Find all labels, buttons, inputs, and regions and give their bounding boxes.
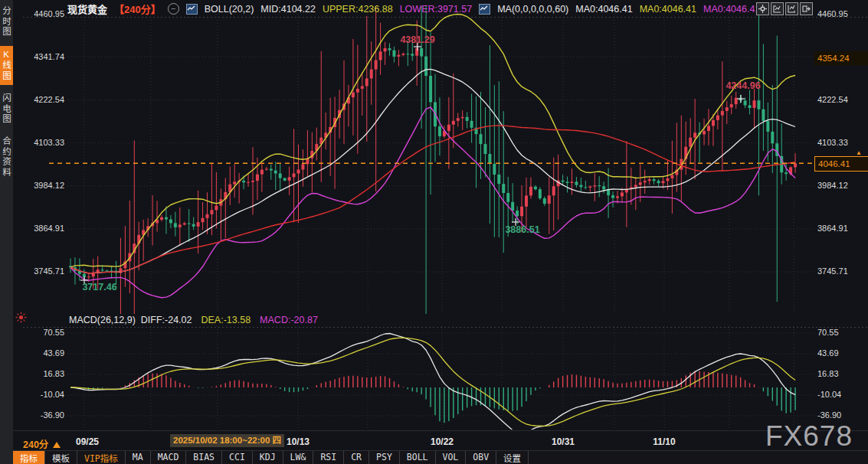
x-axis-date-label: 10/31	[552, 436, 575, 447]
chart-type-sidebar: 分时图K线图闪电图合约资料	[0, 0, 13, 464]
boll-mid-value: MID:4104.22	[260, 4, 316, 15]
symbol-name: 现货黄金	[67, 2, 107, 16]
datetime-tooltip: 2025/10/02 18:00~22:00 四	[170, 434, 284, 447]
toolbar-item-BIAS[interactable]: BIAS	[186, 451, 222, 464]
axis-zoom-right-icon[interactable]	[785, 2, 798, 15]
toolbar-item-LW&[interactable]: LW&	[283, 451, 314, 464]
toolbar-item-VIP指标[interactable]: VIP指标	[77, 451, 126, 464]
price-annotation: 4244.96	[726, 80, 760, 91]
sidebar-tab-K线图[interactable]: K线图	[0, 46, 13, 85]
period-selector[interactable]: 240分	[23, 436, 61, 451]
alert-icon[interactable]	[15, 312, 27, 326]
indicator-chart-icon	[479, 4, 490, 15]
toolbar-item-PSY[interactable]: PSY	[369, 451, 400, 464]
triangle-up-icon	[53, 442, 61, 448]
collapse-indicator-icon[interactable]: −	[168, 3, 179, 15]
ma-value-2: MA0:4046.41	[640, 4, 696, 15]
sidebar-tab-分时图[interactable]: 分时图	[0, 2, 13, 41]
toolbar-item-OBV[interactable]: OBV	[466, 451, 496, 464]
period-label: 【240分】	[114, 2, 161, 16]
toolbar-item-KDJ[interactable]: KDJ	[253, 451, 283, 464]
high-price-marker: 4354.24	[814, 51, 868, 65]
x-axis-date-label: 09/25	[76, 436, 99, 447]
boll-name: BOLL(20,2)	[205, 4, 254, 15]
crosshair-icon[interactable]	[756, 2, 769, 15]
macd-diff-value: DIFF:-24.02	[141, 315, 192, 325]
sidebar-tab-合约资料[interactable]: 合约资料	[0, 132, 13, 181]
macd-header: MACD(26,12,9) DIFF:-24.02 DEA:-13.58 MAC…	[69, 315, 318, 325]
macd-hist-value: MACD:-20.87	[260, 315, 318, 325]
toolbar-item-CCI[interactable]: CCI	[222, 451, 253, 464]
chart-canvas[interactable]	[0, 0, 868, 464]
toolbar-item-模板[interactable]: 模板	[45, 451, 77, 464]
toolbar-item-设置[interactable]: 设置	[496, 451, 529, 464]
ma-value-3: MA0:4046.41	[703, 4, 760, 15]
x-axis-date-label: 11/10	[653, 436, 675, 447]
toolbar-item-VOL[interactable]: VOL	[436, 451, 467, 464]
price-annotation: 3886.51	[505, 224, 539, 235]
x-axis-date-label: 10/22	[431, 436, 454, 447]
indicator-toolbar: 指标模板VIP指标MAMACDBIASCCIKDJLW&RSICRPSYBOLL…	[13, 450, 868, 464]
x-axis-row: 240分 2025/10/02 18:00~22:00 四 09/2510/13…	[0, 431, 868, 451]
indicator-chart-icon	[186, 4, 198, 15]
ma-name: MA(0,0,0,0,0,60)	[497, 4, 568, 15]
toolbar-item-MACD[interactable]: MACD	[151, 451, 187, 464]
toolbar-item-MA[interactable]: MA	[126, 451, 151, 464]
toolbar-item-RSI[interactable]: RSI	[313, 451, 344, 464]
axis-zoom-left-icon[interactable]	[771, 2, 784, 15]
trading-app-window: 分时图K线图闪电图合约资料 现货黄金 【240分】 − BOLL(20,2) M…	[0, 0, 868, 464]
price-annotation: 4381.29	[400, 34, 434, 45]
toolbar-item-指标[interactable]: 指标	[13, 451, 45, 464]
price-annotation: 3717.46	[82, 282, 116, 292]
macd-dea-value: DEA:-13.58	[201, 315, 251, 325]
boll-lower-value: LOWER:3971.57	[400, 4, 473, 15]
macd-name: MACD(26,12,9)	[69, 315, 136, 325]
x-axis-date-label: 10/13	[287, 436, 310, 447]
chart-header: 现货黄金 【240分】 − BOLL(20,2) MID:4104.22 UPP…	[67, 2, 760, 15]
export-chart-icon[interactable]	[800, 2, 813, 15]
toolbar-item-BOLL[interactable]: BOLL	[400, 451, 436, 464]
chart-tool-buttons	[756, 2, 813, 15]
toolbar-item-CR[interactable]: CR	[344, 451, 369, 464]
sidebar-tab-闪电图[interactable]: 闪电图	[0, 90, 13, 129]
boll-upper-value: UPPER:4236.88	[323, 4, 393, 15]
ma-value-1: MA0:4046.41	[575, 4, 632, 15]
price-up-arrow-icon: ▲	[856, 150, 862, 156]
current-price-marker: 4046.41	[814, 156, 868, 172]
